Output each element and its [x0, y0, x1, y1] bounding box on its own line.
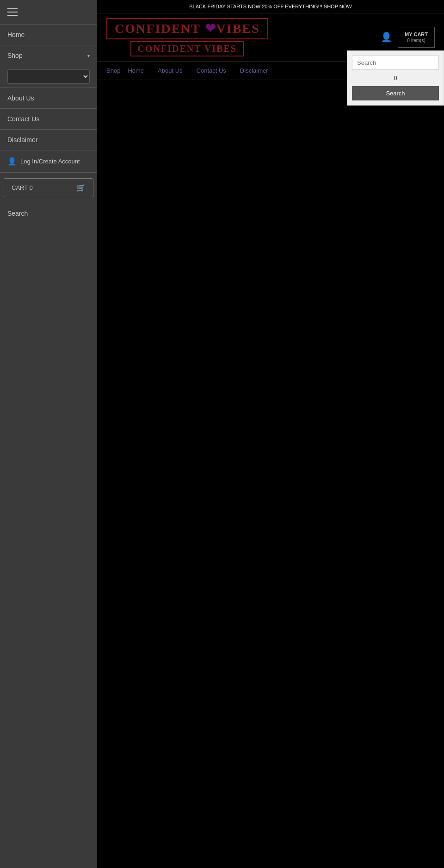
- cart-items-count: 0 Item(s): [405, 37, 428, 44]
- announcement-bar: BLACK FRIDAY STARTS NOW 20% OFF EVERYTHI…: [97, 0, 444, 13]
- hamburger-icon: [7, 8, 18, 16]
- sidebar-shop-trigger[interactable]: Shop ▾: [0, 45, 97, 66]
- search-dropdown: 0 Search: [347, 50, 444, 106]
- cart-icon: 🛒: [76, 183, 86, 192]
- sidebar-item-shop: Shop ▾: [0, 45, 97, 88]
- nav-link-disclaimer[interactable]: Disclaimer: [240, 67, 268, 74]
- header: CONFIDENT ❤VIBES CONFIDENT VIBES 👤 MY CA…: [97, 13, 444, 62]
- header-right: 👤 MY CART 0 Item(s): [381, 27, 435, 48]
- sidebar-nav: Home Shop ▾ About Us Contact Us Disclaim…: [0, 25, 97, 868]
- logo-container: CONFIDENT ❤VIBES CONFIDENT VIBES: [106, 18, 268, 56]
- header-left: CONFIDENT ❤VIBES CONFIDENT VIBES: [106, 18, 268, 56]
- chevron-down-icon: ▾: [87, 53, 90, 58]
- hamburger-button[interactable]: [0, 0, 97, 25]
- cart-title: MY CART: [405, 31, 428, 37]
- sidebar-cart-button[interactable]: CART 0 🛒: [4, 178, 93, 197]
- search-count: 0: [352, 73, 439, 83]
- search-submit-button[interactable]: Search: [352, 86, 439, 100]
- person-icon: 👤: [7, 157, 17, 166]
- nav-shop-link[interactable]: Shop: [106, 65, 128, 76]
- search-input[interactable]: [352, 56, 439, 70]
- sidebar-search-item[interactable]: Search: [0, 203, 97, 224]
- logo-main[interactable]: CONFIDENT ❤VIBES: [106, 18, 268, 39]
- nav-link-home[interactable]: Home: [128, 67, 144, 74]
- logo-sub: CONFIDENT VIBES: [130, 41, 244, 56]
- nav-link-about[interactable]: About Us: [158, 67, 182, 74]
- main-content: BLACK FRIDAY STARTS NOW 20% OFF EVERYTHI…: [97, 0, 444, 868]
- announcement-text: BLACK FRIDAY STARTS NOW 20% OFF EVERYTHI…: [189, 4, 352, 9]
- sidebar-item-about[interactable]: About Us: [0, 88, 97, 109]
- sidebar: Home Shop ▾ About Us Contact Us Disclaim…: [0, 0, 97, 868]
- page-body: [97, 80, 444, 821]
- nav-link-contact[interactable]: Contact Us: [197, 67, 226, 74]
- account-icon[interactable]: 👤: [381, 31, 392, 43]
- shop-dropdown-select[interactable]: [7, 69, 90, 84]
- sidebar-item-disclaimer[interactable]: Disclaimer: [0, 130, 97, 150]
- sidebar-login-button[interactable]: 👤 Log In/Create Account: [0, 150, 97, 173]
- logo-heart: ❤: [205, 21, 216, 36]
- sidebar-item-home[interactable]: Home: [0, 25, 97, 45]
- cart-button[interactable]: MY CART 0 Item(s): [398, 27, 435, 48]
- sidebar-item-contact[interactable]: Contact Us: [0, 109, 97, 130]
- nav-links: Home About Us Contact Us Disclaimer: [128, 67, 268, 74]
